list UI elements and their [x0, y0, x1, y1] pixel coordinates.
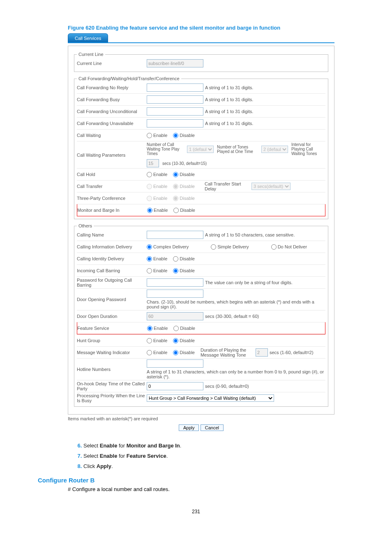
feature-enable[interactable]: Enable: [147, 326, 168, 331]
cf-no-reply-input[interactable]: [147, 83, 203, 92]
monitor-barge-disable[interactable]: Disable: [173, 208, 195, 213]
enable-text: Enable: [153, 172, 167, 177]
disable-text: Disable: [180, 338, 195, 343]
page-number: 231: [25, 509, 367, 514]
cf-uncond-label: Call Forwarding Unconditional: [77, 109, 147, 114]
none-text: Do Not Deliver: [278, 244, 307, 249]
t: Apply: [97, 463, 111, 469]
t: .: [111, 463, 113, 469]
out-pwd-label: Password for Outgoing Call Barring: [77, 278, 147, 287]
current-line-group: Current Line Current Line: [74, 52, 328, 72]
t: Feature Service: [127, 453, 166, 459]
enable-text: Enable: [153, 184, 167, 189]
onhook-input[interactable]: [147, 382, 203, 390]
calling-name-hint: A string of 1 to 50 characters, case sen…: [205, 232, 295, 237]
cancel-button[interactable]: Cancel: [201, 424, 224, 431]
figure-title: Figure 620 Enabling the feature service …: [68, 25, 367, 31]
feature-service-label: Feature Service: [77, 326, 147, 331]
mwi-disable[interactable]: Disable: [173, 350, 195, 355]
call-waiting-enable[interactable]: Enable: [147, 133, 167, 138]
apply-button[interactable]: Apply: [179, 424, 199, 431]
calling-name-label: Calling Name: [77, 232, 147, 237]
door-pwd-hint: Chars. (2-10), should be numbers, which …: [147, 299, 325, 309]
monitor-barge-enable[interactable]: Enable: [147, 208, 168, 213]
call-waiting-disable[interactable]: Disable: [173, 133, 195, 138]
call-hold-disable[interactable]: Disable: [173, 172, 195, 177]
t: .: [166, 453, 168, 459]
conference-label: Three-Party Conference: [77, 196, 147, 201]
call-transfer-disable: Disable: [173, 184, 195, 189]
cf-unavail-label: Call Forwarding Unavailable: [77, 121, 147, 126]
t: for: [117, 443, 126, 449]
cw-interval-label: Interval for Playing Call Waiting Tones: [291, 142, 324, 156]
cf-busy-input[interactable]: [147, 95, 203, 104]
door-pwd-label: Door Opening Password: [77, 297, 147, 302]
calling-name-input[interactable]: [147, 231, 203, 239]
info-delivery-complex[interactable]: Complex Delivery: [147, 244, 189, 250]
mwi-dur-label: Duration of Playing the Message Waiting …: [201, 348, 254, 357]
identity-enable[interactable]: Enable: [147, 256, 167, 262]
step-8: Click Apply.: [83, 463, 367, 469]
tab-rule: [68, 42, 334, 43]
mwi-label: Message Waiting Indicator: [77, 350, 147, 355]
step-7: Select Enable for Feature Service.: [83, 453, 367, 459]
cw-play-label: Number of Call Waiting Tone Play Times: [147, 142, 184, 156]
forwarding-group: Call Forwarding/Waiting/Hold/Transfer/Co…: [74, 76, 328, 219]
others-group: Others Calling Name A string of 1 to 50 …: [74, 223, 328, 407]
t: Select: [83, 453, 100, 459]
monitor-barge-label: Monitor and Barge In: [77, 208, 147, 213]
disable-text: Disable: [180, 172, 195, 177]
required-footnote: Items marked with an asterisk(*) are req…: [68, 416, 367, 421]
cf-uncond-hint: A string of 1 to 31 digits.: [205, 109, 253, 114]
cw-params-label: Call Waiting Parameters: [77, 153, 147, 158]
t: Click: [83, 463, 97, 469]
hunt-disable[interactable]: Disable: [173, 338, 195, 343]
cw-tones-label: Number of Tones Played at One Time: [217, 145, 258, 154]
hotline-input[interactable]: [147, 359, 203, 368]
cf-unavail-hint: A string of 1 to 31 digits.: [205, 121, 253, 126]
door-dur-label: Door Open Duration: [77, 314, 147, 319]
ct-delay-select: 3 secs(default): [251, 183, 291, 190]
cf-busy-hint: A string of 1 to 31 digits.: [205, 97, 253, 102]
info-delivery-none[interactable]: Do Not Deliver: [271, 244, 307, 250]
out-pwd-input[interactable]: [147, 278, 203, 287]
enable-text: Enable: [153, 268, 167, 273]
complex-text: Complex Delivery: [153, 244, 189, 249]
enable-text: Enable: [153, 350, 167, 355]
step-6: Select Enable for Monitor and Barge In.: [83, 443, 367, 449]
door-dur-input: [147, 312, 203, 320]
enable-text: Enable: [153, 196, 167, 201]
call-hold-enable[interactable]: Enable: [147, 172, 167, 177]
current-line-legend: Current Line: [77, 52, 105, 57]
hunt-enable[interactable]: Enable: [147, 338, 167, 343]
disable-text: Disable: [180, 256, 195, 261]
feature-disable[interactable]: Disable: [173, 326, 195, 331]
tab-call-services[interactable]: Call Services: [68, 33, 108, 42]
cw-interval-hint: secs (10-30, default=15): [162, 161, 207, 166]
t: Select: [83, 443, 100, 449]
info-delivery-simple[interactable]: Simple Delivery: [211, 244, 249, 250]
configure-router-b-heading: Configure Router B: [38, 477, 367, 484]
incoming-bar-enable[interactable]: Enable: [147, 268, 167, 273]
body-paragraph: # Configure a local number and call rout…: [68, 486, 367, 492]
simple-text: Simple Delivery: [217, 244, 249, 249]
enable-text: Enable: [153, 256, 167, 261]
disable-text: Disable: [180, 350, 195, 355]
cf-uncond-input[interactable]: [147, 107, 203, 116]
mwi-enable[interactable]: Enable: [147, 350, 167, 355]
hotline-label: Hotline Numbers: [77, 367, 147, 372]
tab-strip: Call Services: [68, 33, 367, 42]
disable-text: Disable: [180, 133, 195, 138]
enable-text: Enable: [153, 338, 167, 343]
door-dur-hint: secs (30-300, default = 60): [205, 314, 259, 319]
step-list: Select Enable for Monitor and Barge In. …: [68, 443, 367, 469]
identity-disable[interactable]: Disable: [173, 256, 195, 262]
hunt-group-label: Hunt Group: [77, 338, 147, 343]
priority-select[interactable]: Hunt Group > Call Forwarding > Call Wait…: [147, 394, 274, 402]
disable-text: Disable: [180, 268, 195, 273]
incoming-bar-disable[interactable]: Disable: [173, 268, 195, 273]
call-waiting-label: Call Waiting: [77, 133, 147, 138]
cf-unavail-input[interactable]: [147, 119, 203, 127]
door-pwd-input[interactable]: [147, 290, 203, 298]
onhook-hint: secs (0-90, default=0): [205, 384, 249, 389]
